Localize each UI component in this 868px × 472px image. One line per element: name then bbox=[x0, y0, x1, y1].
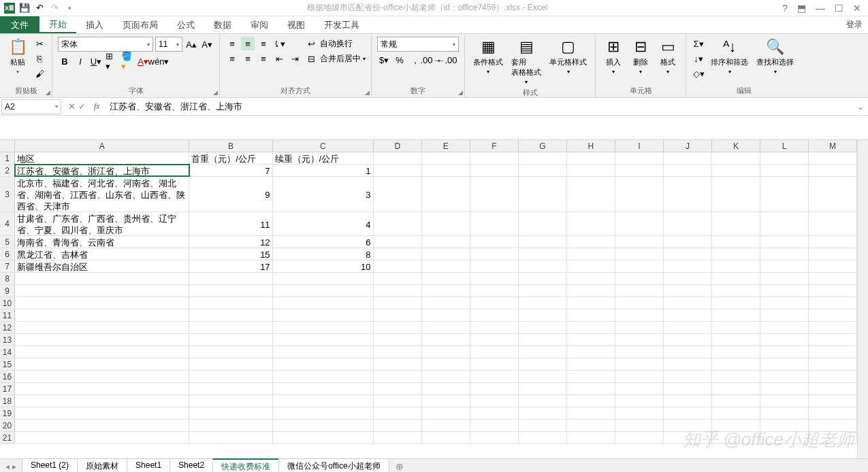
cell-styles-button[interactable]: ▢单元格样式▾ bbox=[547, 37, 590, 76]
cell[interactable] bbox=[422, 260, 470, 272]
font-name-combo[interactable]: 宋体▾ bbox=[58, 37, 153, 52]
cell[interactable] bbox=[470, 165, 519, 176]
column-header[interactable]: C bbox=[273, 140, 374, 152]
wrap-text-button[interactable]: ↩自动换行 bbox=[304, 37, 366, 50]
cell[interactable]: 10 bbox=[273, 260, 374, 272]
cell[interactable]: 15 bbox=[189, 248, 272, 260]
cell[interactable] bbox=[809, 177, 857, 212]
cell[interactable] bbox=[273, 334, 374, 345]
cell[interactable] bbox=[470, 236, 519, 248]
cell[interactable] bbox=[422, 152, 470, 164]
sort-filter-button[interactable]: ᴬ↓排序和筛选▾ bbox=[708, 37, 751, 76]
cell[interactable] bbox=[760, 334, 809, 345]
row-header[interactable]: 5 bbox=[0, 236, 15, 248]
cell[interactable]: 4 bbox=[273, 212, 374, 235]
underline-button[interactable]: U ▾ bbox=[89, 54, 103, 68]
cell[interactable] bbox=[760, 346, 809, 358]
align-center-button[interactable]: ≡ bbox=[241, 52, 255, 65]
qat-dropdown-icon[interactable]: ▾ bbox=[64, 3, 75, 14]
cell[interactable] bbox=[189, 420, 272, 431]
accounting-button[interactable]: $▾ bbox=[377, 53, 391, 67]
launcher-icon[interactable]: ◢ bbox=[458, 89, 463, 96]
cell[interactable] bbox=[760, 432, 809, 443]
sheet-tab[interactable]: 快递收费标准 bbox=[212, 458, 279, 472]
cell[interactable] bbox=[664, 212, 712, 235]
cell[interactable] bbox=[273, 346, 374, 358]
cell[interactable] bbox=[15, 322, 189, 333]
launcher-icon[interactable]: ◢ bbox=[213, 89, 218, 96]
cell[interactable] bbox=[519, 322, 567, 333]
cell[interactable] bbox=[664, 309, 712, 321]
decrease-indent-button[interactable]: ⇤ bbox=[272, 52, 286, 65]
cell[interactable] bbox=[712, 407, 760, 419]
cell[interactable] bbox=[567, 273, 615, 284]
merge-button[interactable]: ⊟合并后居中▾ bbox=[304, 52, 366, 65]
cell[interactable] bbox=[422, 177, 470, 212]
cancel-formula-button[interactable]: ✕ bbox=[68, 101, 76, 112]
cell[interactable] bbox=[470, 273, 519, 284]
cell[interactable] bbox=[712, 273, 760, 284]
cell[interactable] bbox=[519, 371, 567, 382]
percent-button[interactable]: % bbox=[393, 53, 406, 67]
column-header[interactable]: D bbox=[374, 140, 422, 152]
cell[interactable] bbox=[374, 432, 422, 443]
cell[interactable] bbox=[15, 432, 189, 443]
cell[interactable] bbox=[615, 212, 664, 235]
cell[interactable]: 甘肃省、广东省、广西省、贵州省、辽宁省、宁夏、四川省、重庆市 bbox=[15, 212, 189, 235]
cell[interactable] bbox=[712, 383, 760, 394]
autosum-button[interactable]: Σ▾ bbox=[692, 37, 705, 50]
cell[interactable] bbox=[567, 260, 615, 272]
cell[interactable] bbox=[664, 236, 712, 248]
column-header[interactable]: E bbox=[422, 140, 470, 152]
cell[interactable] bbox=[189, 309, 272, 321]
cell[interactable] bbox=[567, 152, 615, 164]
cell[interactable] bbox=[519, 177, 567, 212]
cell[interactable] bbox=[664, 152, 712, 164]
cell[interactable]: 3 bbox=[273, 177, 374, 212]
format-cells-button[interactable]: ▭格式▾ bbox=[656, 37, 680, 76]
cell[interactable] bbox=[809, 152, 857, 164]
cell[interactable] bbox=[567, 165, 615, 176]
cell[interactable] bbox=[664, 383, 712, 394]
enter-formula-button[interactable]: ✓ bbox=[78, 101, 86, 112]
row-header[interactable]: 14 bbox=[0, 346, 15, 358]
cell[interactable] bbox=[422, 236, 470, 248]
sheet-tab[interactable]: Sheet1 bbox=[127, 458, 170, 472]
align-right-button[interactable]: ≡ bbox=[257, 52, 270, 65]
cell[interactable] bbox=[809, 371, 857, 382]
name-box[interactable]: A2 ▾ bbox=[1, 99, 61, 114]
cell[interactable] bbox=[760, 273, 809, 284]
cell[interactable] bbox=[712, 395, 760, 407]
cell[interactable] bbox=[712, 420, 760, 431]
cell[interactable] bbox=[374, 260, 422, 272]
cell[interactable] bbox=[15, 346, 189, 358]
cell[interactable] bbox=[615, 395, 664, 407]
cell[interactable] bbox=[809, 346, 857, 358]
cell[interactable] bbox=[374, 152, 422, 164]
cell[interactable] bbox=[374, 346, 422, 358]
cell[interactable] bbox=[615, 407, 664, 419]
cell[interactable] bbox=[470, 334, 519, 345]
increase-indent-button[interactable]: ⇥ bbox=[288, 52, 302, 65]
cell[interactable] bbox=[567, 322, 615, 333]
cell[interactable] bbox=[567, 371, 615, 382]
cell[interactable] bbox=[15, 309, 189, 321]
cell[interactable] bbox=[273, 297, 374, 309]
cell[interactable] bbox=[712, 334, 760, 345]
italic-button[interactable]: I bbox=[74, 54, 87, 68]
cell[interactable] bbox=[470, 432, 519, 443]
cell[interactable] bbox=[273, 383, 374, 394]
cell[interactable] bbox=[470, 285, 519, 297]
decrease-decimal-button[interactable]: ←.00 bbox=[440, 53, 453, 67]
column-header[interactable]: G bbox=[519, 140, 567, 152]
row-header[interactable]: 12 bbox=[0, 322, 15, 334]
cell[interactable]: 新疆维吾尔自治区 bbox=[15, 260, 189, 272]
cell[interactable] bbox=[712, 152, 760, 164]
cell[interactable] bbox=[189, 346, 272, 358]
cell[interactable] bbox=[273, 273, 374, 284]
cell[interactable] bbox=[664, 432, 712, 443]
cell[interactable] bbox=[470, 420, 519, 431]
column-header[interactable]: J bbox=[664, 140, 712, 152]
cell[interactable] bbox=[374, 177, 422, 212]
find-select-button[interactable]: 🔍查找和选择▾ bbox=[754, 37, 797, 76]
